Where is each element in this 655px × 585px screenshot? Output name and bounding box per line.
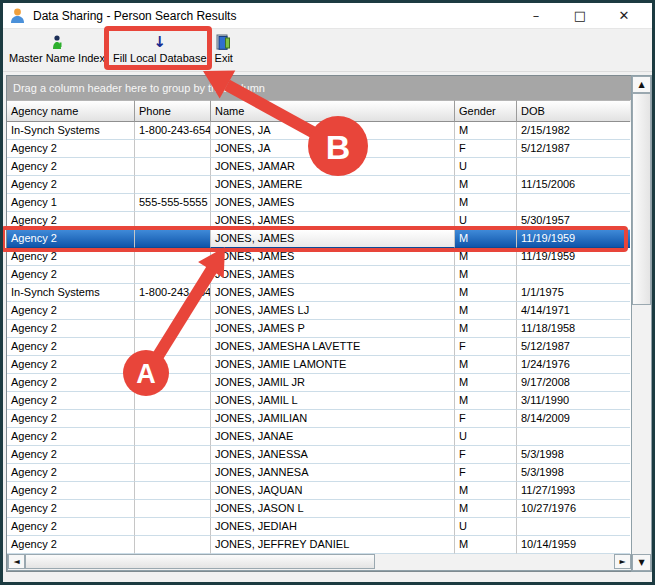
vertical-scroll-thumb[interactable] [632, 93, 651, 305]
table-row[interactable]: Agency 2JONES, JAMARU [7, 158, 631, 176]
table-row[interactable]: In-Synch Systems1-800-243-6540 x 2JONES,… [7, 122, 631, 140]
cell-name: JONES, JAMES [211, 248, 455, 266]
cell-dob: 9/17/2008 [517, 374, 630, 392]
close-button[interactable]: ✕ [602, 4, 646, 28]
cell-dob: 4/14/1971 [517, 302, 630, 320]
cell-name: JONES, JAMESHA LAVETTE [211, 338, 455, 356]
table-row[interactable]: Agency 2JONES, JAMES PM11/18/1958 [7, 320, 631, 338]
table-row[interactable]: Agency 2JONES, JANESSAF5/3/1998 [7, 446, 631, 464]
cell-dob: 5/3/1998 [517, 446, 630, 464]
cell-agency: Agency 1 [7, 194, 135, 212]
table-row[interactable]: Agency 2JONES, JAMEREM11/15/2006 [7, 176, 631, 194]
title-bar: Data Sharing - Person Search Results – □… [3, 3, 652, 29]
table-row[interactable]: Agency 2JONES, JANNESAF5/3/1998 [7, 464, 631, 482]
vertical-scroll-track[interactable] [632, 93, 651, 554]
horizontal-scroll-thumb[interactable] [25, 554, 375, 569]
table-row[interactable]: Agency 2JONES, JAF5/12/1987 [7, 140, 631, 158]
table-row[interactable]: Agency 2JONES, JAMILIANF8/14/2009 [7, 410, 631, 428]
table-row[interactable]: Agency 2JONES, JASON LM10/27/1976 [7, 500, 631, 518]
table-row[interactable]: Agency 2JONES, JAMESU5/30/1957 [7, 212, 631, 230]
cell-dob: 11/19/1959 [517, 230, 630, 248]
cell-agency: Agency 2 [7, 212, 135, 230]
cell-gender: F [455, 410, 517, 428]
cell-gender: F [455, 446, 517, 464]
maximize-button[interactable]: □ [558, 4, 602, 28]
cell-phone [135, 500, 211, 518]
scroll-left-icon[interactable]: ◄ [8, 554, 25, 569]
cell-phone [135, 410, 211, 428]
cell-name: JONES, JAMES [211, 194, 455, 212]
master-name-index-label: Master Name Index [9, 51, 105, 65]
cell-agency: In-Synch Systems [7, 284, 135, 302]
cell-phone [135, 266, 211, 284]
cell-agency: Agency 2 [7, 140, 135, 158]
table-row[interactable]: Agency 2JONES, JANAEU [7, 428, 631, 446]
cell-dob: 1/24/1976 [517, 356, 630, 374]
cell-name: JONES, JAMES P [211, 320, 455, 338]
cell-gender: M [455, 194, 517, 212]
cell-dob: 11/27/1993 [517, 482, 630, 500]
column-header-name[interactable]: Name [211, 100, 455, 122]
master-name-index-button[interactable]: Master Name Index [5, 30, 109, 71]
cell-agency: Agency 2 [7, 482, 135, 500]
cell-name: JONES, JEDIAH [211, 518, 455, 536]
cell-name: JONES, JAMIL L [211, 392, 455, 410]
cell-agency: Agency 2 [7, 266, 135, 284]
cell-gender: U [455, 518, 517, 536]
table-row[interactable]: Agency 2JONES, JEFFREY DANIELM10/14/1959 [7, 536, 631, 554]
table-row[interactable]: Agency 2JONES, JAMES LJM4/14/1971 [7, 302, 631, 320]
horizontal-scrollbar[interactable]: ◄ ► [7, 554, 632, 571]
cell-gender: M [455, 302, 517, 320]
table-row[interactable]: Agency 2JONES, JAMESM11/19/1959 [7, 248, 631, 266]
window-title: Data Sharing - Person Search Results [33, 9, 514, 23]
column-header-gender[interactable]: Gender [455, 100, 517, 122]
grid-container: Drag a column header here to group by th… [3, 72, 652, 582]
cell-gender: U [455, 158, 517, 176]
cell-phone [135, 212, 211, 230]
cell-name: JONES, JEFFREY DANIEL [211, 536, 455, 554]
cell-phone [135, 464, 211, 482]
vertical-scrollbar[interactable]: ▲ ▼ [631, 75, 652, 572]
grid-header-row: Agency name Phone Name Gender DOB [7, 100, 631, 122]
table-row[interactable]: Agency 1555-555-5555JONES, JAMESM [7, 194, 631, 212]
cell-phone [135, 140, 211, 158]
table-row[interactable]: Agency 2JONES, JAMESM [7, 266, 631, 284]
table-row[interactable]: Agency 2JONES, JAQUANM11/27/1993 [7, 482, 631, 500]
cell-name: JONES, JAMES [211, 266, 455, 284]
cell-agency: Agency 2 [7, 446, 135, 464]
fill-local-database-button[interactable]: ↓ Fill Local Database [109, 30, 211, 71]
table-row[interactable]: Agency 2JONES, JAMESHA LAVETTEF5/12/1987 [7, 338, 631, 356]
cell-gender: M [455, 284, 517, 302]
cell-name: JONES, JAMES [211, 212, 455, 230]
table-row-selected[interactable]: Agency 2JONES, JAMESM11/19/1959 [7, 230, 631, 248]
column-header-agency-name[interactable]: Agency name [7, 100, 135, 122]
table-row[interactable]: Agency 2JONES, JEDIAHU [7, 518, 631, 536]
cell-agency: Agency 2 [7, 518, 135, 536]
exit-button[interactable]: Exit [211, 30, 237, 71]
cell-dob: 1/1/1975 [517, 284, 630, 302]
minimize-button[interactable]: – [514, 4, 558, 28]
app-window: Data Sharing - Person Search Results – □… [0, 0, 655, 585]
cell-name: JONES, JANESSA [211, 446, 455, 464]
table-row[interactable]: Agency 2JONES, JAMIL LM3/11/1990 [7, 392, 631, 410]
cell-gender: U [455, 428, 517, 446]
table-row[interactable]: Agency 2JONES, JAMIE LAMONTEM1/24/1976 [7, 356, 631, 374]
table-row[interactable]: Agency 2JONES, JAMIL JRM9/17/2008 [7, 374, 631, 392]
cell-agency: Agency 2 [7, 302, 135, 320]
cell-gender: F [455, 338, 517, 356]
scroll-up-icon[interactable]: ▲ [632, 76, 651, 93]
cell-name: JONES, JAMES [211, 284, 455, 302]
cell-phone [135, 248, 211, 266]
cell-gender: M [455, 482, 517, 500]
group-by-bar[interactable]: Drag a column header here to group by th… [7, 76, 631, 100]
column-header-dob[interactable]: DOB [517, 100, 630, 122]
cell-dob [517, 518, 630, 536]
cell-phone [135, 320, 211, 338]
scroll-right-icon[interactable]: ► [614, 554, 631, 569]
column-header-phone[interactable]: Phone [135, 100, 211, 122]
table-row[interactable]: In-Synch Systems1-800-243-6540 x 2JONES,… [7, 284, 631, 302]
cell-agency: Agency 2 [7, 500, 135, 518]
scroll-down-icon[interactable]: ▼ [632, 554, 651, 571]
cell-dob: 11/15/2006 [517, 176, 630, 194]
cell-agency: In-Synch Systems [7, 122, 135, 140]
